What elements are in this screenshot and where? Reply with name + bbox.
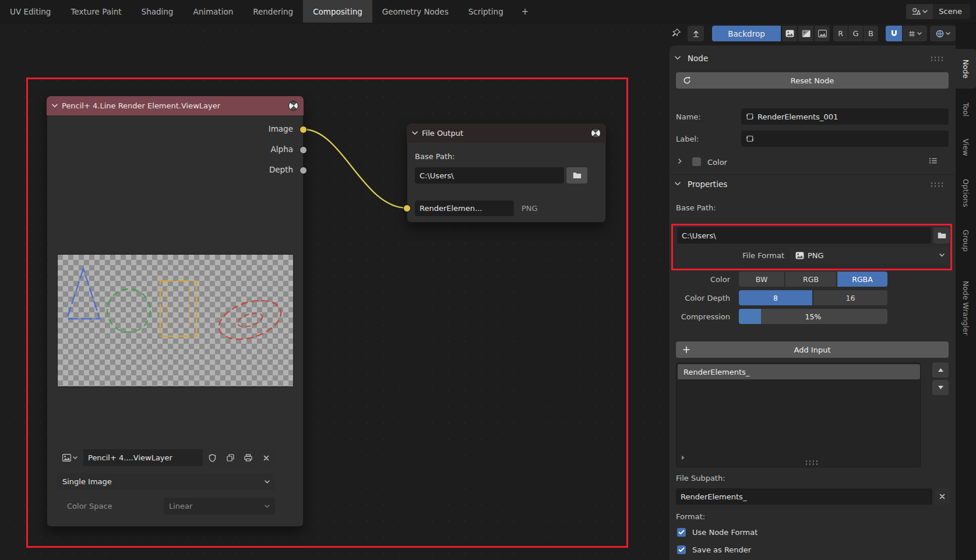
- color-space-value: Linear: [169, 502, 192, 510]
- move-slot-up-button[interactable]: [932, 362, 949, 378]
- workspace-tab-scripting[interactable]: Scripting: [459, 0, 513, 23]
- sidebar-tab-view[interactable]: View: [956, 131, 976, 164]
- file-output-node[interactable]: File Output Base Path: C:\Users\ RenderE…: [407, 124, 606, 223]
- compression-value: 15%: [739, 309, 887, 324]
- color-mode-rgb-button[interactable]: RGB: [785, 272, 836, 287]
- reset-node-button[interactable]: Reset Node: [676, 72, 949, 89]
- list-resize-grip[interactable]: [805, 460, 819, 465]
- workspace-tab-rendering[interactable]: Rendering: [243, 0, 303, 23]
- scene-icon: [912, 8, 921, 15]
- color-mode-bw-button[interactable]: BW: [739, 272, 784, 287]
- snap-toggle-button[interactable]: [886, 26, 902, 41]
- blender-window: UV Editing Texture Paint Shading Animati…: [0, 0, 976, 560]
- chevron-down-icon: [946, 32, 950, 35]
- panel-drag-grip[interactable]: [930, 56, 944, 61]
- render-element-node-header[interactable]: Pencil+ 4.Line Render Element.ViewLayer: [47, 96, 304, 115]
- node-color-checkbox[interactable]: [692, 157, 701, 166]
- workspace-tab-texture-paint[interactable]: Texture Paint: [61, 0, 131, 23]
- image-alpha-icon: [818, 30, 827, 37]
- node-panel-title[interactable]: Node: [688, 51, 708, 65]
- workspace-tab-animation[interactable]: Animation: [183, 0, 243, 23]
- save-as-render-checkbox[interactable]: [677, 545, 686, 554]
- file-subpath-label: File Subpath:: [676, 472, 725, 484]
- base-path-field[interactable]: C:\Users\: [677, 227, 931, 244]
- file-format-dropdown[interactable]: PNG: [790, 247, 950, 263]
- snap-mode-dropdown[interactable]: [903, 26, 927, 41]
- browse-folder-button[interactable]: [933, 227, 950, 244]
- color-mode-rgba-button[interactable]: RGBA: [837, 272, 887, 287]
- backdrop-channel-g-button[interactable]: G: [848, 26, 863, 41]
- bw-label: BW: [756, 275, 768, 284]
- file-subpath-field[interactable]: RenderElements_: [676, 488, 932, 505]
- workspace-tab-shading[interactable]: Shading: [132, 0, 184, 23]
- file-slot-name-field[interactable]: RenderElemen...: [415, 200, 514, 216]
- depth-output-socket[interactable]: [300, 167, 307, 174]
- duplicate-icon: [227, 454, 234, 462]
- backdrop-toggle-button[interactable]: Backdrop: [712, 26, 781, 41]
- pack-image-button[interactable]: [239, 449, 257, 466]
- add-input-button[interactable]: Add Input: [676, 341, 949, 358]
- image-output-socket[interactable]: [300, 126, 307, 133]
- node-label-field[interactable]: [741, 131, 949, 147]
- overlays-dropdown[interactable]: [930, 26, 956, 41]
- workspace-tab-uv-editing[interactable]: UV Editing: [0, 0, 61, 23]
- image-name-field[interactable]: Pencil+ 4....ViewLayer: [83, 449, 203, 466]
- panel-collapse-icon[interactable]: [675, 182, 681, 186]
- color-depth-8-button[interactable]: 8: [739, 290, 812, 305]
- chevron-right-icon[interactable]: [678, 159, 682, 164]
- file-output-node-header[interactable]: File Output: [407, 124, 606, 143]
- alpha-output-socket[interactable]: [300, 146, 307, 154]
- world-icon: [936, 30, 944, 38]
- duplicate-image-button[interactable]: [221, 449, 239, 466]
- sidebar-tab-group[interactable]: Group: [956, 221, 976, 260]
- workspace-tab-geometry-nodes[interactable]: Geometry Nodes: [372, 0, 459, 23]
- panel-collapse-icon[interactable]: [675, 56, 681, 60]
- depth-8-label: 8: [773, 294, 778, 302]
- file-slots-list[interactable]: RenderElements_: [676, 362, 921, 467]
- sidebar-tab-node-wrangler[interactable]: Node Wrangler: [956, 265, 976, 352]
- line-render-preview-art: [58, 255, 294, 388]
- sidebar-tab-tool[interactable]: Tool: [956, 93, 976, 126]
- backdrop-channel-b-button[interactable]: B: [864, 26, 878, 41]
- add-workspace-button[interactable]: +: [513, 0, 537, 23]
- filter-expand-icon[interactable]: [681, 455, 685, 460]
- pin-icon[interactable]: [671, 28, 681, 38]
- color-space-dropdown[interactable]: Linear: [164, 498, 275, 515]
- workspace-tab-compositing[interactable]: Compositing: [303, 0, 372, 23]
- chevron-down-icon: [917, 32, 922, 35]
- image-browse-button[interactable]: [57, 449, 83, 466]
- collapse-chevron-icon[interactable]: [412, 131, 418, 135]
- refresh-icon: [683, 76, 691, 84]
- fake-user-button[interactable]: [203, 449, 221, 466]
- backdrop-channel-r-button[interactable]: R: [833, 26, 848, 41]
- compression-slider[interactable]: 15%: [739, 309, 887, 324]
- presets-list-icon[interactable]: [929, 157, 938, 164]
- base-path-field[interactable]: C:\Users\: [415, 167, 564, 184]
- file-output-input-socket[interactable]: [403, 205, 411, 212]
- properties-panel-title[interactable]: Properties: [688, 177, 727, 191]
- clear-subpath-button[interactable]: [935, 488, 950, 505]
- browse-folder-button[interactable]: [566, 167, 587, 184]
- render-element-node[interactable]: Pencil+ 4.Line Render Element.ViewLayer …: [47, 96, 304, 527]
- sidebar-tab-options[interactable]: Options: [956, 169, 976, 217]
- backdrop-channel-alpha-button[interactable]: [814, 26, 830, 41]
- use-node-format-checkbox[interactable]: [677, 528, 686, 537]
- backdrop-channel-color-button[interactable]: [781, 26, 797, 41]
- collapse-chevron-icon[interactable]: [52, 104, 58, 108]
- scene-browse-button[interactable]: [906, 4, 933, 19]
- scene-name[interactable]: Scene: [933, 4, 970, 19]
- color-depth-16-button[interactable]: 16: [813, 290, 887, 305]
- sidebar-tab-node[interactable]: Node: [956, 49, 976, 89]
- panel-drag-grip[interactable]: [930, 182, 944, 187]
- folder-icon: [938, 232, 946, 239]
- chevron-down-icon: [265, 505, 270, 508]
- move-slot-down-button[interactable]: [932, 380, 949, 395]
- node-name-field[interactable]: RenderElements_001: [741, 108, 949, 125]
- go-to-parent-button[interactable]: [688, 26, 704, 41]
- list-item-selected[interactable]: RenderElements_: [678, 364, 920, 379]
- image-source-dropdown[interactable]: Single Image: [57, 473, 275, 490]
- backdrop-channel-color-alpha-button[interactable]: [798, 26, 813, 41]
- g-label: G: [852, 29, 858, 38]
- grid-icon: [908, 30, 915, 37]
- unlink-image-button[interactable]: [258, 449, 275, 466]
